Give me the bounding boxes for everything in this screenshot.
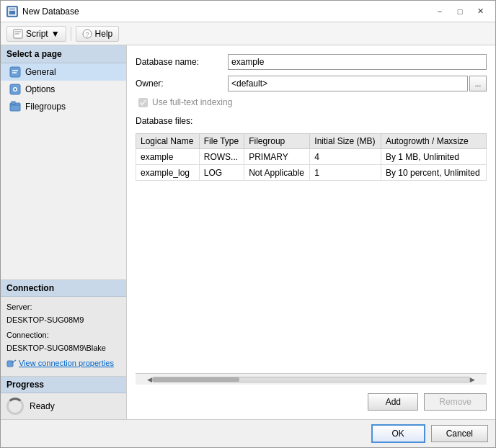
cell-filegroup: PRIMARY [244,149,310,165]
view-connection-text: View connection properties [19,357,114,370]
col-autogrowth: Autogrowth / Maxsize [381,134,486,149]
col-filegroup: Filegroup [244,134,310,149]
cell-autogrowth: By 1 MB, Unlimited [381,149,486,165]
owner-row: Owner: ... [136,76,487,91]
options-icon [9,84,21,95]
db-name-row: Database name: [136,54,487,70]
cell-initial-size[interactable]: 1 [310,165,381,181]
ok-label: OK [391,429,404,439]
connection-header: Connection [1,280,126,297]
window-title: New Database [22,6,430,17]
general-icon [9,66,21,78]
script-label: Script [26,29,48,39]
fulltext-label: Use full-text indexing [152,97,232,107]
db-name-label: Database name: [136,57,222,67]
window-icon [6,6,18,17]
db-files-label: Database files: [136,116,487,126]
sidebar-item-options[interactable]: Options [1,81,126,98]
connection-section: Connection Server: DESKTOP-SUG08M9 Conne… [1,279,126,376]
remove-button[interactable]: Remove [424,393,487,411]
owner-browse-button[interactable]: ... [469,76,487,91]
window-footer: OK Cancel [1,419,495,447]
help-icon: ? [82,29,92,39]
filegroups-icon [9,101,21,112]
cancel-label: Cancel [446,429,473,439]
scrollbar-thumb[interactable] [153,377,239,382]
sidebar-header: Select a page [1,45,126,63]
remove-label: Remove [439,397,471,407]
connection-value: DESKTOP-SUG08M9\Blake [6,342,120,355]
sidebar-label-filegroups: Filegroups [25,102,66,112]
table-row[interactable]: example ROWS... PRIMARY 4 By 1 MB, Unlim… [136,149,487,165]
cancel-button[interactable]: Cancel [431,425,488,442]
window: New Database − □ ✕ Script ▼ ? Help Selec… [0,0,496,448]
main-content: Select a page General Options Filegroups [1,45,495,419]
cell-file-type: LOG [199,165,244,181]
owner-input[interactable] [228,76,468,91]
horizontal-scrollbar: ◀ ▶ [136,373,487,385]
svg-rect-14 [12,102,15,104]
cell-filegroup: Not Applicable [244,165,310,181]
scroll-right-arrow[interactable]: ▶ [470,376,475,383]
scroll-left-arrow[interactable]: ◀ [147,376,152,383]
table-row[interactable]: example_log LOG Not Applicable 1 By 10 p… [136,165,487,181]
sidebar-label-general: General [25,67,56,77]
progress-status: Ready [30,401,55,411]
bottom-buttons: Add Remove [136,390,487,411]
sidebar-item-filegroups[interactable]: Filegroups [1,98,126,115]
window-controls: − □ ✕ [430,4,490,19]
toolbar: Script ▼ ? Help [1,22,495,45]
script-icon [13,29,23,39]
help-button[interactable]: ? Help [76,26,120,42]
svg-rect-15 [7,361,13,367]
svg-point-12 [14,89,17,91]
title-bar: New Database − □ ✕ [1,1,495,22]
sidebar-spacer [1,115,126,279]
content-panel: Database name: Owner: ... Use full-text … [127,45,495,419]
progress-header: Progress [1,377,126,393]
svg-rect-0 [9,8,16,15]
svg-rect-7 [10,67,20,77]
sidebar-item-general[interactable]: General [1,63,126,81]
col-initial-size: Initial Size (MB) [310,134,381,149]
sidebar: Select a page General Options Filegroups [1,45,127,419]
connection-label: Connection: [6,329,120,342]
fulltext-row: Use full-text indexing [136,97,487,107]
ok-button[interactable]: OK [371,424,425,443]
col-file-type: File Type [199,134,244,149]
bottom-buttons-right: Add Remove [368,393,487,411]
server-value: DESKTOP-SUG08M9 [6,314,120,327]
cell-initial-size[interactable]: 4 [310,149,381,165]
help-label: Help [95,29,113,39]
add-button[interactable]: Add [368,393,418,411]
toolbar-separator [71,27,71,41]
server-label: Server: [6,301,120,314]
close-button[interactable]: ✕ [471,4,490,19]
cell-file-type: ROWS... [199,149,244,165]
connection-info: Server: DESKTOP-SUG08M9 Connection: DESK… [6,301,120,370]
owner-label: Owner: [136,79,222,89]
db-files-table: Logical Name File Type Filegroup Initial… [136,133,487,181]
col-logical-name: Logical Name [136,134,200,149]
svg-text:?: ? [85,31,89,38]
maximize-button[interactable]: □ [451,4,469,19]
connection-icon [6,359,17,369]
minimize-button[interactable]: − [430,4,449,19]
fulltext-checkbox[interactable] [138,98,148,107]
owner-input-group: ... [228,76,487,91]
db-name-input[interactable] [228,54,487,70]
script-dropdown-icon: ▼ [51,29,60,39]
progress-section: Progress Ready [1,376,126,419]
view-connection-link[interactable]: View connection properties [6,357,120,370]
script-button[interactable]: Script ▼ [6,26,66,42]
cell-autogrowth: By 10 percent, Unlimited [381,165,486,181]
scrollbar-track[interactable] [152,377,470,382]
progress-content: Ready [6,398,120,415]
sidebar-label-options: Options [25,84,55,94]
progress-spinner [6,398,24,415]
cell-logical-name: example_log [136,165,200,181]
cell-logical-name: example [136,149,200,165]
add-label: Add [386,397,401,407]
db-files-table-container: Logical Name File Type Filegroup Initial… [136,133,487,367]
